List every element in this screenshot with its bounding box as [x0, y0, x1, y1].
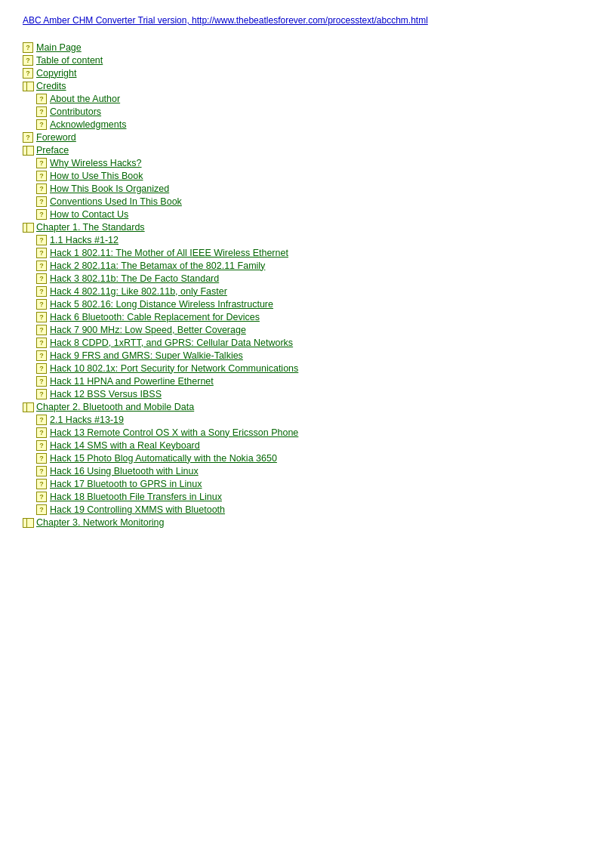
page-icon: ?: [36, 466, 47, 476]
toc-item: ?How to Use This Book: [23, 169, 593, 182]
toc-item: ?Hack 15 Photo Blog Automatically with t…: [23, 452, 593, 464]
toc-link[interactable]: 1.1 Hacks #1-12: [50, 235, 119, 245]
toc-item: ?Hack 5 802.16: Long Distance Wireless I…: [23, 298, 593, 310]
toc-link[interactable]: Copyright: [36, 68, 77, 79]
book-icon: [23, 222, 33, 233]
page-icon: ?: [36, 196, 47, 207]
toc-link[interactable]: Table of content: [36, 55, 103, 66]
toc-item: Chapter 1. The Standards: [23, 220, 593, 233]
toc-link[interactable]: Contributors: [50, 106, 101, 117]
toc-link[interactable]: Conventions Used In This Book: [50, 196, 182, 207]
toc-link[interactable]: Foreword: [36, 132, 76, 143]
toc-item: ?Hack 12 BSS Versus IBSS: [23, 387, 593, 400]
book-icon: [23, 402, 33, 412]
toc-link[interactable]: 2.1 Hacks #13-19: [50, 415, 124, 425]
toc-link[interactable]: Preface: [36, 145, 69, 156]
toc-item: ?Hack 13 Remote Control OS X with a Sony…: [23, 426, 593, 439]
toc-link[interactable]: Chapter 2. Bluetooth and Mobile Data: [36, 402, 194, 412]
toc-link[interactable]: Credits: [36, 81, 66, 91]
toc-item: ?Hack 2 802.11a: The Betamax of the 802.…: [23, 259, 593, 272]
toc-link[interactable]: Acknowledgments: [50, 119, 126, 130]
toc-item: ?Hack 18 Bluetooth File Transfers in Lin…: [23, 490, 593, 503]
toc-link[interactable]: Chapter 3. Network Monitoring: [36, 517, 165, 528]
toc-item: ?1.1 Hacks #1-12: [23, 233, 593, 246]
toc-item: ?Hack 1 802.11: The Mother of All IEEE W…: [23, 246, 593, 259]
book-icon: [23, 145, 33, 156]
page-icon: ?: [36, 350, 47, 361]
page-icon: ?: [36, 299, 47, 310]
toc-link[interactable]: Hack 9 FRS and GMRS: Super Walkie-Talkie…: [50, 350, 243, 361]
toc-link[interactable]: Why Wireless Hacks?: [50, 158, 142, 168]
toc-link[interactable]: Chapter 1. The Standards: [36, 222, 145, 233]
page-icon: ?: [36, 363, 47, 374]
toc-item: ?How This Book Is Organized: [23, 182, 593, 195]
toc-link[interactable]: Hack 17 Bluetooth to GPRS in Linux: [50, 479, 202, 489]
toc-item: ?Hack 16 Using Bluetooth with Linux: [23, 464, 593, 477]
page-icon: ?: [36, 492, 47, 502]
page-icon: ?: [23, 42, 33, 53]
toc-link[interactable]: Hack 15 Photo Blog Automatically with th…: [50, 453, 277, 464]
toc-link[interactable]: Hack 13 Remote Control OS X with a Sony …: [50, 427, 298, 438]
toc-link[interactable]: How to Use This Book: [50, 171, 143, 181]
page-icon: ?: [36, 94, 47, 104]
page-icon: ?: [36, 209, 47, 220]
page-icon: ?: [36, 479, 47, 489]
toc-item: ?How to Contact Us: [23, 208, 593, 220]
toc-link[interactable]: Hack 18 Bluetooth File Transfers in Linu…: [50, 492, 222, 502]
page-icon: ?: [36, 248, 47, 258]
toc-link[interactable]: Hack 4 802.11g: Like 802.11b, only Faste…: [50, 286, 227, 297]
page-icon: ?: [36, 183, 47, 194]
toc-item: ?About the Author: [23, 92, 593, 105]
toc-link[interactable]: Hack 10 802.1x: Port Security for Networ…: [50, 363, 298, 374]
toc-item: ?Why Wireless Hacks?: [23, 156, 593, 169]
toc-item: ?Conventions Used In This Book: [23, 195, 593, 208]
toc-link[interactable]: Hack 12 BSS Versus IBSS: [50, 389, 162, 399]
toc-link[interactable]: Hack 5 802.16: Long Distance Wireless In…: [50, 299, 273, 310]
toc-list: ?Main Page?Table of content?CopyrightCre…: [23, 41, 593, 529]
converter-link[interactable]: ABC Amber CHM Converter Trial version, h…: [23, 15, 593, 26]
toc-item: Credits: [23, 79, 593, 92]
page-icon: ?: [23, 68, 33, 79]
page-icon: ?: [36, 427, 47, 438]
page-icon: ?: [36, 338, 47, 348]
toc-link[interactable]: Hack 16 Using Bluetooth with Linux: [50, 466, 199, 476]
toc-link[interactable]: Hack 1 802.11: The Mother of All IEEE Wi…: [50, 248, 288, 258]
toc-item: ?Hack 10 802.1x: Port Security for Netwo…: [23, 362, 593, 375]
toc-item: ?Hack 17 Bluetooth to GPRS in Linux: [23, 477, 593, 490]
toc-link[interactable]: How This Book Is Organized: [50, 183, 169, 194]
toc-link[interactable]: Main Page: [36, 42, 82, 53]
page-icon: ?: [36, 171, 47, 181]
toc-link[interactable]: Hack 8 CDPD, 1xRTT, and GPRS: Cellular D…: [50, 338, 293, 348]
page-icon: ?: [36, 325, 47, 335]
toc-link[interactable]: Hack 2 802.11a: The Betamax of the 802.1…: [50, 261, 265, 271]
page-icon: ?: [36, 235, 47, 245]
toc-link[interactable]: About the Author: [50, 94, 120, 104]
toc-item: ?Main Page: [23, 41, 593, 54]
toc-item: ?Table of content: [23, 54, 593, 66]
toc-item: ?Hack 19 Controlling XMMS with Bluetooth: [23, 503, 593, 516]
toc-item: ?Foreword: [23, 131, 593, 143]
toc-item: ?Copyright: [23, 66, 593, 79]
toc-item: Chapter 3. Network Monitoring: [23, 516, 593, 529]
toc-link[interactable]: Hack 6 Bluetooth: Cable Replacement for …: [50, 312, 260, 322]
toc-item: ?Hack 14 SMS with a Real Keyboard: [23, 439, 593, 452]
book-icon: [23, 517, 33, 528]
page-icon: ?: [36, 415, 47, 425]
toc-item: ?Hack 9 FRS and GMRS: Super Walkie-Talki…: [23, 349, 593, 362]
toc-link[interactable]: Hack 3 802.11b: The De Facto Standard: [50, 273, 219, 284]
page-icon: ?: [36, 286, 47, 297]
page-icon: ?: [36, 312, 47, 322]
page-icon: ?: [36, 504, 47, 515]
toc-link[interactable]: Hack 19 Controlling XMMS with Bluetooth: [50, 504, 225, 515]
toc-link[interactable]: Hack 7 900 MHz: Low Speed, Better Covera…: [50, 325, 246, 335]
toc-link[interactable]: Hack 11 HPNA and Powerline Ethernet: [50, 376, 214, 387]
page-icon: ?: [36, 158, 47, 168]
book-icon: [23, 81, 33, 91]
toc-item: ?Acknowledgments: [23, 118, 593, 131]
page-icon: ?: [36, 389, 47, 399]
toc-item: ?Hack 6 Bluetooth: Cable Replacement for…: [23, 310, 593, 323]
toc-link[interactable]: Hack 14 SMS with a Real Keyboard: [50, 440, 200, 451]
toc-link[interactable]: How to Contact Us: [50, 209, 128, 220]
toc-item: ?Hack 3 802.11b: The De Facto Standard: [23, 272, 593, 285]
page-icon: ?: [36, 119, 47, 130]
